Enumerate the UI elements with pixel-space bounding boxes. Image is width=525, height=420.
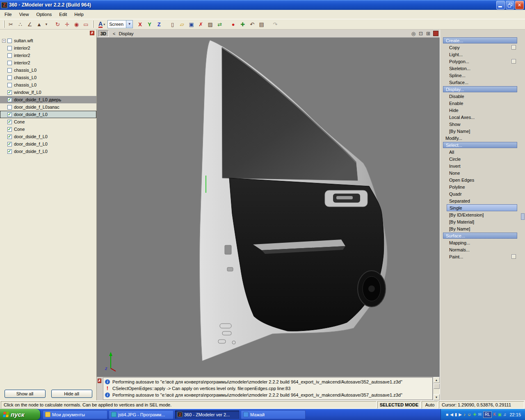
plugins-button[interactable]: ✚	[238, 20, 247, 29]
undo-button[interactable]: ↶	[247, 20, 257, 29]
keyboard-layout-icon[interactable]: K	[493, 412, 496, 418]
tree-item[interactable]: + chassis_L0	[0, 66, 96, 74]
smiley-icon[interactable]: ☺	[467, 412, 471, 418]
view-color-button[interactable]	[433, 31, 438, 36]
menu-item[interactable]: Edit	[55, 11, 71, 18]
redo-button[interactable]: ↷	[270, 20, 280, 29]
visibility-checkbox[interactable]	[7, 98, 12, 102]
media-pause-icon[interactable]: ▮	[455, 412, 457, 418]
command-item[interactable]: Invert	[447, 162, 517, 169]
command-item[interactable]: Mapping...	[447, 239, 517, 246]
3d-model-canvas[interactable]: z	[97, 38, 440, 377]
command-item[interactable]: All	[447, 148, 517, 155]
visibility-checkbox[interactable]	[7, 142, 12, 146]
command-item[interactable]: Surface...	[447, 79, 517, 86]
expand-icon[interactable]: +	[2, 39, 6, 43]
visibility-checkbox[interactable]	[7, 83, 12, 87]
visibility-checkbox[interactable]	[7, 53, 12, 58]
axis-x-button[interactable]: X	[135, 20, 145, 29]
view-mode-button[interactable]: 3D	[98, 30, 109, 37]
maximize-view-icon[interactable]: ⊞	[425, 30, 431, 37]
command-item[interactable]: Circle	[447, 155, 517, 162]
tree-item[interactable]: + door_dside_f_L0 дверь	[0, 96, 96, 103]
tool-cut-icon[interactable]: ✂	[6, 20, 16, 29]
tree-item[interactable]: + door_dside_f_L0	[0, 133, 96, 140]
view-zoom-icon[interactable]: ◉	[72, 20, 81, 29]
command-item[interactable]: [By Material]	[447, 218, 517, 225]
command-item[interactable]: Show	[447, 121, 517, 128]
volume-mixer-icon[interactable]: ♪	[463, 412, 466, 418]
command-item[interactable]: Surface...	[443, 233, 517, 239]
tree-item[interactable]: + window_lf_L0	[0, 89, 96, 96]
speaker-icon[interactable]: ♫	[503, 412, 507, 418]
axis-z-button[interactable]: Z	[154, 20, 164, 29]
command-item[interactable]: Polygon...	[447, 58, 517, 65]
view-pan-icon[interactable]: ✛	[62, 20, 72, 29]
screen-dropdown[interactable]: Screen ▼	[107, 20, 133, 28]
command-item[interactable]: Paint...	[447, 253, 517, 260]
file-new-button[interactable]: ▯	[168, 20, 177, 29]
command-item[interactable]: None	[447, 169, 517, 176]
command-item[interactable]: Open Edges	[447, 176, 517, 183]
tree-item[interactable]: + chassis_L0	[0, 81, 96, 89]
command-item[interactable]: Normals...	[447, 246, 517, 253]
file-open-button[interactable]: ▱	[177, 20, 187, 29]
view-rotate-icon[interactable]: ↻	[53, 20, 62, 29]
command-item[interactable]: Skeleton...	[447, 65, 517, 72]
visibility-checkbox[interactable]	[7, 149, 12, 154]
restore-button[interactable]	[506, 1, 514, 9]
3d-viewport[interactable]: z	[97, 38, 440, 377]
visibility-checkbox[interactable]	[7, 120, 12, 124]
toolbar-grip[interactable]	[3, 21, 5, 28]
visibility-checkbox[interactable]	[7, 46, 12, 50]
language-indicator[interactable]: RL	[483, 411, 492, 418]
command-item[interactable]: Polyline	[447, 183, 517, 190]
messenger-icon[interactable]: ✉	[478, 412, 482, 418]
option-checkbox[interactable]	[511, 59, 516, 64]
clock[interactable]: 22:15	[509, 412, 521, 417]
media-play-icon[interactable]: ▶	[459, 412, 462, 418]
command-item[interactable]: Enable	[447, 100, 517, 107]
hide-all-button[interactable]: Hide all	[51, 390, 92, 398]
menu-item[interactable]: File	[1, 11, 16, 18]
menu-item[interactable]: Options	[32, 11, 55, 18]
zoom-region-icon[interactable]: ⊡	[418, 30, 424, 37]
minimize-button[interactable]	[496, 1, 505, 9]
tree-item[interactable]: + Cone	[0, 118, 96, 126]
paste-dropdown[interactable]: ▨	[205, 20, 215, 29]
visibility-checkbox[interactable]	[7, 39, 12, 43]
command-item[interactable]: [By Name]	[447, 128, 517, 135]
tree-item[interactable]: + door_dside_f_L0	[0, 140, 96, 148]
axis-y-button[interactable]: Y	[145, 20, 154, 29]
visibility-checkbox[interactable]	[7, 68, 12, 73]
status-auto[interactable]: Auto	[422, 401, 438, 409]
visibility-checkbox[interactable]	[7, 61, 12, 65]
chevron-down-icon[interactable]: ▼	[126, 21, 132, 28]
task-button[interactable]: Z 360 - ZModeler ver 2...	[175, 410, 240, 419]
log-button[interactable]: ▤	[257, 20, 266, 29]
command-item[interactable]: Disable	[447, 93, 517, 100]
visibility-checkbox[interactable]	[7, 135, 12, 139]
visibility-checkbox[interactable]	[7, 112, 12, 117]
command-item[interactable]: [By ID/Extension]	[447, 211, 517, 218]
start-button[interactable]: пуск	[0, 409, 40, 420]
command-item[interactable]: Spline...	[447, 72, 517, 79]
tree-item[interactable]: + door_dside_f_L0запас	[0, 103, 96, 111]
media-prev-icon[interactable]: ◀	[450, 412, 453, 418]
door-model[interactable]	[200, 40, 388, 361]
tree-item[interactable]: + sultan.wft	[0, 37, 96, 44]
import-export-dropdown[interactable]: ⇄	[215, 20, 224, 29]
tree-item[interactable]: + chassis_L0	[0, 74, 96, 81]
delete-button[interactable]: ✗	[196, 20, 205, 29]
option-checkbox[interactable]	[511, 45, 516, 50]
display-settings-icon[interactable]: ▣	[498, 412, 502, 418]
close-log-icon[interactable]: ✗	[98, 379, 101, 383]
command-item[interactable]: [By Name]	[447, 225, 517, 232]
command-item[interactable]: Hide	[447, 107, 517, 114]
antivirus-icon[interactable]: ✚	[473, 412, 476, 418]
view-name-label[interactable]: Display	[119, 31, 133, 36]
tree-item[interactable]: + interior2	[0, 52, 96, 59]
media-stop-icon[interactable]: ■	[446, 412, 448, 418]
command-item[interactable]: Quadr	[447, 190, 517, 197]
option-checkbox[interactable]	[511, 254, 516, 259]
